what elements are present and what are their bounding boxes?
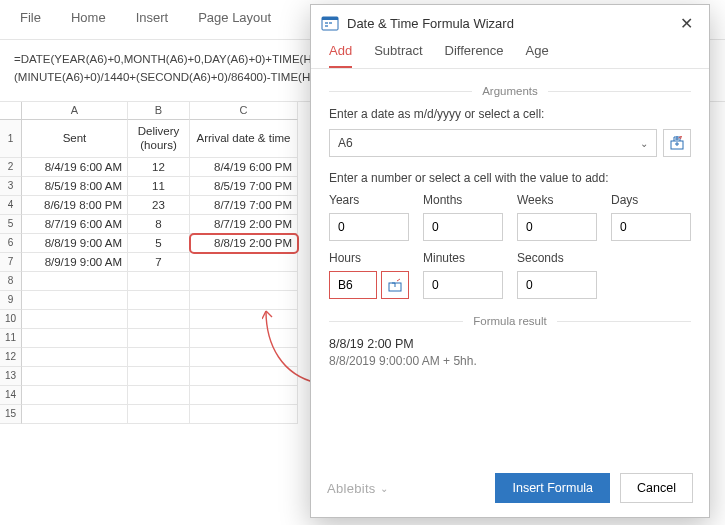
cell[interactable]: 23	[128, 196, 190, 215]
row-header[interactable]: 3	[0, 177, 22, 196]
dialog-title: Date & Time Formula Wizard	[347, 16, 514, 31]
chevron-down-icon[interactable]: ⌄	[640, 138, 648, 149]
cell[interactable]	[128, 272, 190, 291]
row-header[interactable]: 15	[0, 405, 22, 424]
cell[interactable]: 8/7/19 2:00 PM	[190, 215, 298, 234]
cell[interactable]	[190, 272, 298, 291]
months-input[interactable]	[423, 213, 503, 241]
cell-highlighted[interactable]: 8/8/19 2:00 PM	[190, 234, 298, 253]
cell[interactable]	[22, 310, 128, 329]
header-arrival[interactable]: Arrival date & time	[190, 120, 298, 158]
weeks-label: Weeks	[517, 193, 597, 207]
table-row	[22, 405, 298, 424]
row-header[interactable]: 9	[0, 291, 22, 310]
cancel-button[interactable]: Cancel	[620, 473, 693, 503]
days-label: Days	[611, 193, 691, 207]
cell[interactable]: 8	[128, 215, 190, 234]
row-header[interactable]: 10	[0, 310, 22, 329]
cell[interactable]	[128, 386, 190, 405]
cell[interactable]: 8/9/19 9:00 AM	[22, 253, 128, 272]
row-header[interactable]: 1	[0, 120, 22, 158]
row-header[interactable]: 5	[0, 215, 22, 234]
minutes-input[interactable]	[423, 271, 503, 299]
cell[interactable]: 8/7/19 6:00 AM	[22, 215, 128, 234]
cell[interactable]	[22, 291, 128, 310]
ribbon-tab-page-layout[interactable]: Page Layout	[198, 10, 271, 25]
cell-picker-date[interactable]	[663, 129, 691, 157]
cell[interactable]: 8/8/19 9:00 AM	[22, 234, 128, 253]
row-header[interactable]: 8	[0, 272, 22, 291]
row-header[interactable]: 7	[0, 253, 22, 272]
row-header[interactable]: 6	[0, 234, 22, 253]
insert-formula-button[interactable]: Insert Formula	[495, 473, 610, 503]
cell[interactable]: 8/4/19 6:00 PM	[190, 158, 298, 177]
table-row: 8/8/19 9:00 AM58/8/19 2:00 PM	[22, 234, 298, 253]
row-header[interactable]: 13	[0, 367, 22, 386]
cell[interactable]	[128, 405, 190, 424]
row-header[interactable]: 12	[0, 348, 22, 367]
table-row: 8/4/19 6:00 AM128/4/19 6:00 PM	[22, 158, 298, 177]
close-icon[interactable]: ✕	[674, 10, 699, 37]
ribbon-tab-file[interactable]: File	[20, 10, 41, 25]
col-header-b[interactable]: B	[128, 102, 190, 120]
tab-difference[interactable]: Difference	[445, 43, 504, 68]
seconds-label: Seconds	[517, 251, 597, 265]
col-header-c[interactable]: C	[190, 102, 298, 120]
weeks-input[interactable]	[517, 213, 597, 241]
hours-input[interactable]	[329, 271, 377, 299]
cell[interactable]	[22, 386, 128, 405]
date-input[interactable]: A6 ⌄	[329, 129, 657, 157]
cell[interactable]	[190, 329, 298, 348]
cell[interactable]	[22, 367, 128, 386]
col-header-a[interactable]: A	[22, 102, 128, 120]
years-input[interactable]	[329, 213, 409, 241]
ribbon-tab-home[interactable]: Home	[71, 10, 106, 25]
cell[interactable]	[128, 310, 190, 329]
cell-picker-hours[interactable]	[381, 271, 409, 299]
cell[interactable]: 8/4/19 6:00 AM	[22, 158, 128, 177]
ribbon-tab-insert[interactable]: Insert	[136, 10, 169, 25]
select-all-corner[interactable]	[0, 102, 22, 120]
tab-add[interactable]: Add	[329, 43, 352, 68]
cell[interactable]	[190, 367, 298, 386]
table-row	[22, 329, 298, 348]
hours-label: Hours	[329, 251, 409, 265]
cell[interactable]: 12	[128, 158, 190, 177]
wizard-tabs: Add Subtract Difference Age	[311, 41, 709, 69]
row-header[interactable]: 4	[0, 196, 22, 215]
row-header[interactable]: 2	[0, 158, 22, 177]
header-delivery[interactable]: Delivery (hours)	[128, 120, 190, 158]
number-prompt: Enter a number or select a cell with the…	[329, 171, 691, 185]
cell[interactable]: 5	[128, 234, 190, 253]
cell[interactable]	[128, 291, 190, 310]
cell[interactable]: 8/6/19 8:00 PM	[22, 196, 128, 215]
table-row	[22, 348, 298, 367]
cell[interactable]	[22, 272, 128, 291]
row-header[interactable]: 14	[0, 386, 22, 405]
cell[interactable]	[128, 329, 190, 348]
brand-label[interactable]: Ablebits⌄	[327, 481, 388, 496]
row-header[interactable]: 11	[0, 329, 22, 348]
cell[interactable]	[190, 253, 298, 272]
cell[interactable]	[128, 348, 190, 367]
cell[interactable]: 8/7/19 7:00 PM	[190, 196, 298, 215]
tab-age[interactable]: Age	[526, 43, 549, 68]
cell[interactable]: 11	[128, 177, 190, 196]
cell[interactable]	[190, 348, 298, 367]
seconds-input[interactable]	[517, 271, 597, 299]
cell[interactable]: 8/5/19 7:00 PM	[190, 177, 298, 196]
cell[interactable]	[22, 405, 128, 424]
cell[interactable]	[22, 348, 128, 367]
cell[interactable]: 7	[128, 253, 190, 272]
tab-subtract[interactable]: Subtract	[374, 43, 422, 68]
header-sent[interactable]: Sent	[22, 120, 128, 158]
svg-rect-4	[325, 25, 328, 27]
cell[interactable]	[190, 310, 298, 329]
cell[interactable]	[22, 329, 128, 348]
cell[interactable]	[128, 367, 190, 386]
cell[interactable]	[190, 386, 298, 405]
cell[interactable]	[190, 291, 298, 310]
cell[interactable]: 8/5/19 8:00 AM	[22, 177, 128, 196]
cell[interactable]	[190, 405, 298, 424]
days-input[interactable]	[611, 213, 691, 241]
